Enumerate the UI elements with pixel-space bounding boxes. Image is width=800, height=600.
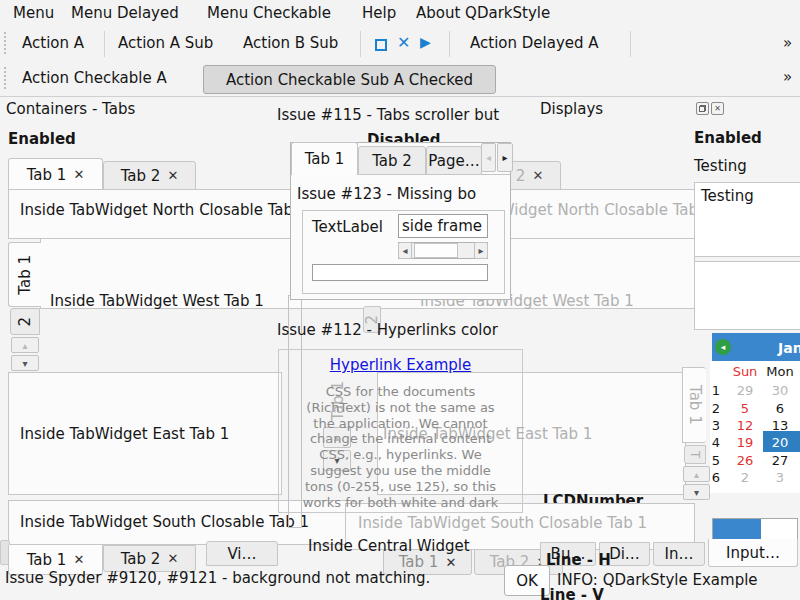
scrollbar-left-button[interactable]: ◂ [398, 242, 412, 259]
tab-scroll-down-button[interactable]: ▾ [683, 484, 710, 500]
scrollbar-right-button[interactable]: ▸ [474, 242, 488, 259]
calendar-day[interactable]: 30 [762, 383, 798, 398]
calendar-day[interactable]: 13 [762, 418, 798, 433]
tab-west-1[interactable]: Tab 1 [8, 242, 41, 307]
displays-label: Testing [694, 157, 747, 175]
calendar-day[interactable]: 26 [730, 453, 760, 468]
fw112-paragraph: CSS for the documents (RichText) is not … [283, 384, 518, 510]
text-edit-value: Testing [695, 183, 800, 209]
dock-float-icon[interactable] [696, 102, 709, 115]
toolbar-extend-icon[interactable]: » [783, 34, 792, 52]
toolbar-extend-icon[interactable]: » [783, 68, 792, 86]
fw112-title: Issue #112 - Hyperlinks color [277, 321, 498, 339]
action-delayed-a-button[interactable]: Action Delayed A [470, 34, 599, 52]
play-icon[interactable]: ▶ [420, 34, 431, 50]
calendar-day-selected[interactable]: 20 [762, 435, 798, 450]
progress-bar-fill [713, 519, 761, 541]
tab-north-1[interactable]: Tab 1✕ [8, 158, 103, 190]
menu-item-menu-checkable[interactable]: Menu Checkable [207, 4, 331, 22]
south-content-disabled: Inside TabWidget South Closable Tab 1 [358, 514, 647, 532]
tab-close-icon[interactable]: ✕ [167, 551, 178, 566]
calendar-prev-month-button[interactable]: ◂ [715, 339, 731, 355]
tab-north-2[interactable]: Tab 2✕ [103, 161, 196, 190]
fw123-title: Issue #123 - Missing bo [297, 185, 476, 203]
dock-close-icon[interactable]: ✕ [711, 102, 724, 115]
close-action-icon[interactable]: ✕ [397, 33, 410, 52]
south-content: Inside TabWidget South Closable Tab 1 [20, 513, 309, 531]
north-content: Inside TabWidget North Closable Tab 1 [20, 201, 307, 219]
action-a-sub-button[interactable]: Action A Sub [118, 34, 213, 52]
action-checkable-sub-checked-button[interactable]: Action Checkable Sub A Checked [203, 65, 496, 94]
toolbar-separator [104, 31, 105, 57]
calendar-day[interactable]: 5 [730, 401, 760, 416]
action-b-sub-button[interactable]: Action B Sub [243, 34, 338, 52]
hyperlink-example-link[interactable]: Hyperlink Example [330, 356, 471, 374]
fw115-tab-1[interactable]: Tab 1 [291, 142, 358, 175]
calendar-week-number: 1 [710, 383, 722, 398]
dock-tab-inputs[interactable]: In… [653, 542, 705, 566]
tab-south-2[interactable]: Tab 2✕ [103, 545, 196, 572]
fw123-line-edit[interactable]: side frame [398, 214, 488, 238]
fw112-link-row: Hyperlink Example [280, 356, 521, 374]
calendar-week-number: 2 [710, 401, 722, 416]
calendar-day[interactable]: 2 [730, 470, 760, 485]
dock-tab-views[interactable]: Vi… [206, 541, 278, 566]
calendar-week-number: 6 [710, 470, 722, 485]
dock-title-containers-tabs: Containers - Tabs [6, 100, 135, 118]
tab-close-icon[interactable]: ✕ [167, 168, 178, 183]
fw115-tab-2[interactable]: Tab 2 [358, 146, 426, 175]
tab-scroll-up-button[interactable]: ▴ [683, 466, 710, 482]
menu-item-help[interactable]: Help [362, 4, 396, 22]
tab-scroll-down-button[interactable]: ▾ [11, 355, 39, 371]
calendar-month-label[interactable]: Jan [778, 340, 800, 356]
calendar-day[interactable]: 3 [762, 470, 798, 485]
restore-window-icon[interactable] [375, 39, 387, 51]
calendar-day-header-mon: Mon [762, 364, 798, 379]
fw115-tab-page[interactable]: Page… [426, 146, 482, 175]
tab-scroll-right-button[interactable]: ▸ [497, 143, 513, 172]
tab-close-icon[interactable]: ✕ [73, 167, 84, 182]
menu-item-about[interactable]: About QDarkStyle [416, 4, 550, 22]
app-window: Menu Menu Delayed Menu Checkable Help Ab… [0, 0, 800, 600]
tab-east-partial: T [684, 445, 706, 464]
displays-enabled-header: Enabled [694, 129, 762, 147]
calendar-day[interactable]: 12 [730, 418, 760, 433]
text-edit[interactable]: Testing [694, 182, 800, 257]
action-a-button[interactable]: Action A [22, 34, 84, 52]
toolbar-separator [360, 31, 361, 57]
line-edit-value: side frame [402, 217, 482, 235]
line-h-header: Line - H [546, 551, 611, 569]
calendar-week-number: 3 [710, 418, 722, 433]
tab-close-icon: ✕ [532, 168, 543, 183]
fw123-line-edit-empty[interactable] [312, 264, 488, 281]
tab-scroll-up-button[interactable]: ▴ [11, 337, 39, 353]
toolbar-separator [449, 31, 450, 57]
dock-title-displays: Displays [540, 100, 603, 118]
line-v-header: Line - V [540, 586, 604, 600]
calendar-week-number: 5 [710, 453, 722, 468]
calendar-day[interactable]: 29 [730, 383, 760, 398]
text-edit-empty[interactable] [694, 261, 800, 330]
tab-close-icon[interactable]: ✕ [73, 552, 84, 567]
calendar-day[interactable]: 6 [762, 401, 798, 416]
tab-west-2[interactable]: 2 [10, 308, 40, 335]
scrollbar-handle[interactable] [414, 243, 458, 258]
fw115-title: Issue #115 - Tabs scroller but [277, 106, 499, 124]
west-content: Inside TabWidget West Tab 1 [50, 292, 264, 310]
calendar-day-header-sun: Sun [730, 364, 760, 379]
calendar-day[interactable]: 27 [762, 453, 798, 468]
dock-tab-input-active[interactable]: Input… [708, 539, 798, 567]
tab-scroll-left-button[interactable]: ◂ [481, 143, 496, 172]
checked-button-label: Action Checkable Sub A Checked [226, 71, 473, 89]
toolbar-drag-handle[interactable] [4, 67, 6, 89]
fw123-text-label: TextLabel [312, 218, 383, 236]
tab-east-1-disabled: Tab 1 [682, 367, 706, 443]
toolbar-drag-handle[interactable] [4, 32, 6, 54]
menu-item-menu-delayed[interactable]: Menu Delayed [71, 4, 179, 22]
menu-item-menu[interactable]: Menu [13, 4, 54, 22]
calendar-day[interactable]: 19 [730, 435, 760, 450]
calendar-week-number: 4 [710, 435, 722, 450]
action-checkable-a-button[interactable]: Action Checkable A [22, 69, 167, 87]
statusbar-message: Issue Spyder #9120, #9121 - background n… [5, 569, 430, 587]
toolbar-separator [630, 31, 631, 57]
